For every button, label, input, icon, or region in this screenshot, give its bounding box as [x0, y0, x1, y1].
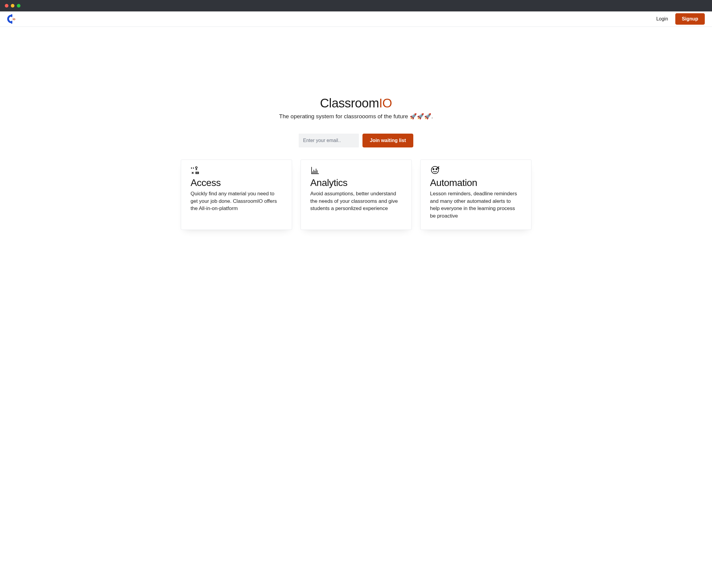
site-header: io Login Signup	[0, 12, 712, 27]
svg-point-7	[436, 169, 437, 170]
feature-desc: Lesson reminders, deadline reminders and…	[430, 190, 522, 220]
window-titlebar	[0, 0, 712, 12]
svg-text:io: io	[13, 18, 15, 21]
analytics-icon	[310, 166, 402, 175]
svg-point-3	[195, 167, 197, 169]
feature-card-access: Access Quickly find any material you nee…	[181, 160, 292, 230]
hero-title: ClassroomIO	[320, 96, 392, 110]
waitlist-form: Join waiting list	[299, 133, 413, 147]
logo-icon: io	[7, 14, 16, 24]
feature-title: Access	[191, 177, 282, 188]
window-minimize-button[interactable]	[11, 4, 15, 7]
logo[interactable]: io	[7, 14, 16, 24]
window-maximize-button[interactable]	[17, 4, 20, 7]
automation-icon	[430, 166, 522, 175]
signup-button[interactable]: Signup	[675, 13, 705, 25]
feature-desc: Quickly find any material you need to ge…	[191, 190, 282, 212]
svg-point-6	[433, 169, 434, 170]
feature-card-automation: Automation Lesson reminders, deadline re…	[420, 160, 532, 230]
features-row: Access Quickly find any material you nee…	[0, 147, 712, 230]
hero-section: ClassroomIO The operating system for cla…	[0, 27, 712, 147]
hero-subtitle: The operating system for classroooms of …	[279, 113, 433, 120]
join-waitlist-button[interactable]: Join waiting list	[363, 133, 413, 147]
login-link[interactable]: Login	[656, 16, 668, 22]
svg-rect-0	[11, 14, 12, 17]
feature-title: Analytics	[310, 177, 402, 188]
hero-title-accent: IO	[379, 96, 392, 110]
feature-card-analytics: Analytics Avoid assumptions, better unde…	[301, 160, 412, 230]
window-close-button[interactable]	[5, 4, 8, 7]
feature-desc: Avoid assumptions, better understand the…	[310, 190, 402, 212]
feature-title: Automation	[430, 177, 522, 188]
email-input[interactable]	[299, 133, 359, 147]
svg-rect-1	[11, 21, 12, 24]
hero-title-prefix: Classroom	[320, 96, 379, 110]
nav-actions: Login Signup	[656, 13, 705, 25]
access-icon	[191, 166, 282, 175]
